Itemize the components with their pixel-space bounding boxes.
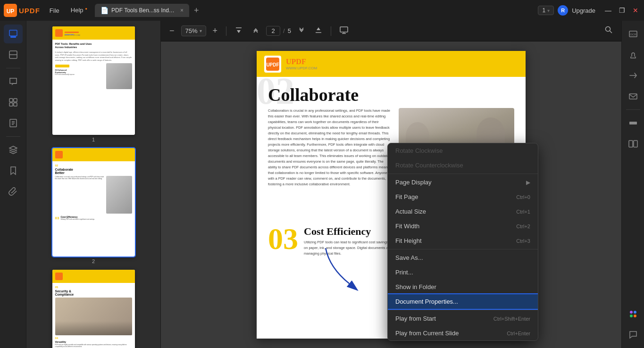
pdf-brand-url: WWW.UPDF.COM	[286, 66, 317, 70]
sidebar-item-scan[interactable]	[4, 45, 23, 64]
ctx-divider-3	[388, 310, 538, 310]
svg-rect-6	[9, 99, 13, 102]
new-tab-button[interactable]: +	[191, 5, 202, 17]
sidebar-item-organize[interactable]	[4, 93, 23, 112]
right-sidebar-redact[interactable]	[624, 114, 643, 133]
sidebar-item-bookmark[interactable]	[4, 161, 23, 180]
upgrade-button[interactable]: Upgrade	[572, 7, 595, 14]
email-icon	[628, 91, 638, 101]
thumbnail-3[interactable]: 05 Security &Compliance 04 Versatility P…	[52, 270, 135, 348]
minimize-button[interactable]: —	[603, 6, 613, 15]
pdf-main-heading: Collaborate	[268, 84, 514, 105]
zoom-in-button[interactable]: +	[210, 24, 221, 38]
right-sidebar-ocr[interactable]: OCR	[624, 25, 643, 43]
thumbnail-1[interactable]: WWW.UPDF.COM PDF Tools: Benefits and Use…	[52, 26, 135, 142]
sidebar-item-attachment[interactable]	[4, 182, 23, 201]
file-menu[interactable]: File	[46, 5, 63, 16]
ctx-divider-2	[388, 249, 538, 249]
right-sidebar-chat[interactable]	[624, 325, 643, 344]
help-menu[interactable]: Help ●	[67, 5, 91, 16]
pdf-header-fill	[322, 51, 518, 77]
organize-icon	[8, 98, 18, 107]
right-sidebar-compare[interactable]	[624, 134, 643, 153]
ctx-save-as[interactable]: Save As...	[388, 250, 538, 265]
toolbar-separator-1	[226, 26, 226, 36]
right-sidebar-share[interactable]	[624, 66, 643, 85]
svg-rect-8	[9, 103, 13, 106]
svg-text:UP: UP	[7, 8, 15, 15]
sidebar-item-comment[interactable]	[4, 72, 23, 91]
layers-icon	[8, 145, 18, 155]
tab-close-button[interactable]: ×	[180, 7, 184, 14]
thumbnail-label-1: 1	[92, 137, 95, 142]
nav-next-button[interactable]	[295, 25, 308, 38]
ctx-page-display[interactable]: Page Display ▶	[388, 175, 538, 190]
pdf-view[interactable]: UPDF UPDF WWW.UPDF.COM 02 Collaborate	[161, 41, 621, 348]
nav-prev-icon	[252, 26, 259, 34]
right-sidebar-ai[interactable]	[624, 305, 643, 323]
svg-rect-29	[634, 141, 637, 147]
maximize-button[interactable]: ❐	[617, 6, 627, 15]
page-number-input[interactable]	[266, 26, 280, 36]
thumb-logo-3	[55, 273, 63, 280]
ctx-fit-page[interactable]: Fit Page Ctrl+0	[388, 190, 538, 204]
content-area: − 75% ▾ + / 5	[161, 21, 621, 348]
pdf-brand-name: UPDF	[286, 58, 317, 66]
page-separator: /	[283, 27, 285, 34]
zoom-dropdown-arrow[interactable]: ▾	[200, 28, 202, 33]
ctx-play-from-current[interactable]: Play from Current Slide Ctrl+Enter	[388, 326, 538, 340]
thumbnail-2[interactable]: 02 CollaborateBetter Collaboration is cr…	[52, 148, 135, 264]
search-button[interactable]	[602, 23, 616, 39]
svg-rect-2	[9, 30, 17, 36]
thumbnail-img-3: 05 Security &Compliance 04 Versatility P…	[52, 270, 135, 348]
toolbar-separator-2	[331, 26, 331, 36]
toolbar: − 75% ▾ + / 5	[161, 21, 621, 41]
nav-prev-button[interactable]	[249, 25, 262, 38]
right-sidebar-stamp[interactable]	[624, 45, 643, 64]
ctx-play-from-start[interactable]: Play from Start Ctrl+Shift+Enter	[388, 311, 538, 326]
ctx-show-in-folder[interactable]: Show in Folder	[388, 280, 538, 294]
thumbnail-panel: WWW.UPDF.COM PDF Tools: Benefits and Use…	[26, 21, 161, 348]
user-avatar: R	[558, 5, 568, 16]
active-tab[interactable]: 📄 PDF Tools Ben...ss Industries ×	[95, 4, 189, 17]
right-sidebar-email[interactable]	[624, 87, 643, 106]
ctx-fit-width[interactable]: Fit Width Ctrl+2	[388, 219, 538, 233]
svg-rect-28	[629, 141, 633, 147]
main-layout: WWW.UPDF.COM PDF Tools: Benefits and Use…	[0, 21, 644, 348]
page-selector-arrow[interactable]: ▾	[547, 8, 550, 13]
context-menu: Rotate Clockwise Rotate Counterclockwise…	[387, 143, 538, 341]
ctx-rotate-ccw[interactable]: Rotate Counterclockwise	[388, 158, 538, 173]
ctx-rotate-cw[interactable]: Rotate Clockwise	[388, 143, 538, 158]
redact-icon	[628, 118, 638, 128]
close-button[interactable]: ✕	[631, 6, 640, 15]
zoom-out-button[interactable]: −	[167, 24, 177, 38]
ctx-print[interactable]: Print...	[388, 265, 538, 280]
right-sidebar: OCR	[621, 21, 644, 348]
app-logo: UP UPDF	[4, 4, 40, 17]
ctx-divider-1	[388, 174, 538, 174]
nav-bottom-button[interactable]	[312, 25, 325, 38]
thumbnail-label-2: 2	[92, 258, 95, 264]
svg-line-20	[610, 31, 612, 33]
present-button[interactable]	[337, 24, 351, 38]
sidebar-item-edit[interactable]	[4, 25, 23, 43]
nav-next-icon	[298, 26, 305, 34]
svg-rect-26	[629, 94, 637, 99]
nav-top-button[interactable]	[232, 25, 245, 38]
sidebar-item-layers[interactable]	[4, 141, 23, 159]
ocr-icon: OCR	[628, 29, 638, 39]
tab-pdf-icon: 📄	[100, 7, 109, 14]
ctx-fit-height[interactable]: Fit Height Ctrl+3	[388, 233, 538, 248]
ctx-actual-size[interactable]: Actual Size Ctrl+1	[388, 204, 538, 219]
svg-rect-9	[14, 103, 17, 106]
svg-rect-16	[340, 27, 348, 32]
thumbnail-img-2: 02 CollaborateBetter Collaboration is cr…	[52, 148, 135, 257]
comment-icon	[8, 77, 18, 86]
window-controls: — ❐ ✕	[603, 6, 640, 15]
ctx-doc-properties[interactable]: Document Properties...	[388, 294, 538, 309]
svg-point-31	[634, 311, 636, 314]
page-total: 5	[288, 27, 291, 34]
sidebar-item-extract[interactable]	[4, 114, 23, 133]
topbar-right: 1 ▾ R Upgrade — ❐ ✕	[538, 5, 640, 16]
svg-point-19	[606, 27, 611, 32]
